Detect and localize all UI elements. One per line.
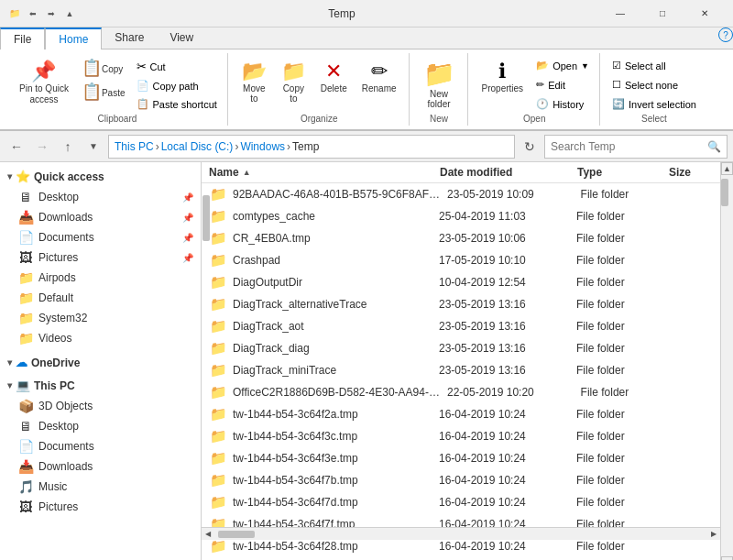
copy-to-button[interactable]: 📁 Copyto <box>275 57 312 108</box>
pin-icon-desktop: 📌 <box>182 192 193 203</box>
help-icon[interactable]: ? <box>718 27 733 42</box>
rename-button[interactable]: ✏ Rename <box>356 57 403 98</box>
table-row[interactable]: 📁 tw-1b44-b54-3c64f2a.tmp 16-04-2019 10:… <box>202 403 720 425</box>
table-row[interactable]: 📁 92BAADAC-46A8-401B-B575-9C6F8AFF6... 2… <box>202 183 720 205</box>
select-none-button[interactable]: ☐ Select none <box>607 76 701 93</box>
table-row[interactable]: 📁 tw-1b44-b54-3c64f3e.tmp 16-04-2019 10:… <box>202 447 720 469</box>
sidebar-item-videos[interactable]: 📁 Videos <box>0 328 201 348</box>
invert-selection-button[interactable]: 🔄 Invert selection <box>607 95 701 113</box>
file-name: tw-1b44-b54-3c64f2a.tmp <box>233 408 358 421</box>
file-type: File folder <box>573 408 664 421</box>
address-path[interactable]: This PC › Local Disc (C:) › Windows › Te… <box>108 135 515 159</box>
sidebar-item-downloads-qa[interactable]: 📥 Downloads 📌 <box>0 207 201 227</box>
3dobjects-icon: 📦 <box>18 399 33 413</box>
copy-button[interactable]: 📋 Copy <box>77 57 130 79</box>
file-type: File folder <box>573 474 664 487</box>
col-header-type[interactable]: Type <box>574 166 665 179</box>
file-name: tw-1b44-b54-3c64f28.tmp <box>233 540 358 553</box>
refresh-button[interactable]: ↻ <box>519 136 541 158</box>
paste-shortcut-icon: 📋 <box>137 98 149 110</box>
file-name: CR_4EB0A.tmp <box>233 232 311 245</box>
documents-label: Documents <box>38 231 177 244</box>
sidebar-thispc-header[interactable]: ▾ 💻 This PC <box>0 375 201 396</box>
organize-group-label: Organize <box>235 114 403 124</box>
pin-to-quick-access-button[interactable]: 📌 Pin to Quickaccess <box>13 57 75 110</box>
sidebar-item-system32[interactable]: 📁 System32 <box>0 308 201 328</box>
col-header-date[interactable]: Date modified <box>436 166 574 179</box>
forward-button[interactable]: → <box>31 136 53 158</box>
h-scroll-left[interactable]: ◀ <box>202 528 214 541</box>
file-name: DiagTrack_diag <box>233 342 310 355</box>
sidebar-item-desktop-qa[interactable]: 🖥 Desktop 📌 <box>0 187 201 207</box>
tab-file[interactable]: File <box>0 27 45 49</box>
table-row[interactable]: 📁 DiagOutputDir 10-04-2019 12:54 File fo… <box>202 271 720 293</box>
recent-locations-button[interactable]: ▼ <box>82 136 104 158</box>
table-row[interactable]: 📁 tw-1b44-b54-3c64f7d.tmp 16-04-2019 10:… <box>202 491 720 513</box>
table-row[interactable]: 📁 OfficeC2R1886D69B-D582-4E30-AA94-53...… <box>202 381 720 403</box>
sidebar-item-airpods[interactable]: 📁 Airpods <box>0 268 201 288</box>
minimize-button[interactable]: — <box>599 0 641 27</box>
downloads-label: Downloads <box>38 211 177 224</box>
sidebar-item-desktop-pc[interactable]: 🖥 Desktop <box>0 416 201 436</box>
table-row[interactable]: 📁 tw-1b44-b54-3c64f3c.tmp 16-04-2019 10:… <box>202 425 720 447</box>
sidebar-item-downloads-pc[interactable]: 📥 Downloads <box>0 456 201 477</box>
3dobjects-label: 3D Objects <box>38 400 193 412</box>
file-scrollbar[interactable]: ▲ ▼ <box>720 162 733 560</box>
col-header-size[interactable]: Size <box>665 166 720 179</box>
table-row[interactable]: 📁 DiagTrack_miniTrace 23-05-2019 13:16 F… <box>202 359 720 381</box>
open-button[interactable]: 📂 Open ▼ <box>531 57 594 74</box>
search-input[interactable] <box>551 140 704 153</box>
properties-button[interactable]: ℹ Properties <box>476 57 531 98</box>
sidebar-item-3d-objects[interactable]: 📦 3D Objects <box>0 396 201 416</box>
sidebar-item-pictures-pc[interactable]: 🖼 Pictures <box>0 497 201 517</box>
new-folder-button[interactable]: 📁 Newfolder <box>417 57 462 114</box>
history-button[interactable]: 🕐 History <box>531 95 594 113</box>
path-local-disc[interactable]: Local Disc (C:) <box>161 140 234 153</box>
sidebar-onedrive-header[interactable]: ▾ ☁ OneDrive <box>0 352 201 373</box>
path-this-pc[interactable]: This PC <box>115 140 154 153</box>
sidebar-container: ▾ ⭐ Quick access 🖥 Desktop 📌 📥 Downloads… <box>0 162 202 560</box>
table-row[interactable]: 📁 CR_4EB0A.tmp 23-05-2019 10:06 File fol… <box>202 227 720 249</box>
sidebar-quick-access-header[interactable]: ▾ ⭐ Quick access <box>0 166 201 187</box>
file-type: File folder <box>573 276 664 289</box>
documents-icon: 📄 <box>18 230 33 245</box>
tab-share[interactable]: Share <box>102 27 157 49</box>
table-row[interactable]: 📁 tw-1b44-b54-3c64f7b.tmp 16-04-2019 10:… <box>202 469 720 491</box>
sidebar-item-documents-pc[interactable]: 📄 Documents <box>0 436 201 456</box>
maximize-button[interactable]: □ <box>641 0 684 27</box>
table-row[interactable]: 📁 Crashpad 17-05-2019 10:10 File folder <box>202 249 720 271</box>
tab-home[interactable]: Home <box>45 27 102 49</box>
delete-button[interactable]: ✕ Delete <box>314 57 354 98</box>
cut-button[interactable]: ✂ Cut <box>132 57 222 76</box>
sidebar-item-pictures-qa[interactable]: 🖼 Pictures 📌 <box>0 247 201 268</box>
select-all-button[interactable]: ☑ Select all <box>607 57 701 74</box>
move-to-button[interactable]: 📂 Moveto <box>235 57 273 108</box>
close-button[interactable]: ✕ <box>684 0 726 27</box>
table-row[interactable]: 📁 DiagTrack_aot 23-05-2019 13:16 File fo… <box>202 315 720 337</box>
file-scroll-up[interactable]: ▲ <box>721 162 733 175</box>
file-type: File folder <box>573 298 664 311</box>
paste-shortcut-button[interactable]: 📋 Paste shortcut <box>132 95 222 113</box>
path-windows[interactable]: Windows <box>240 140 285 153</box>
tab-view[interactable]: View <box>157 27 206 49</box>
file-name: DiagTrack_alternativeTrace <box>233 298 367 311</box>
copy-path-button[interactable]: 📄 Copy path <box>132 77 222 94</box>
table-row[interactable]: 📁 comtypes_cache 25-04-2019 11:03 File f… <box>202 205 720 227</box>
table-row[interactable]: 📁 DiagTrack_alternativeTrace 23-05-2019 … <box>202 293 720 315</box>
edit-button[interactable]: ✏ Edit <box>531 76 594 93</box>
paste-button[interactable]: 📋 Paste <box>77 81 130 103</box>
sidebar-item-default[interactable]: 📁 Default <box>0 288 201 308</box>
col-header-name[interactable]: Name ▲ <box>202 166 436 179</box>
path-temp: Temp <box>292 140 319 153</box>
file-date: 16-04-2019 10:24 <box>435 430 573 443</box>
quick-access-label: Quick access <box>34 170 104 183</box>
up-button[interactable]: ↑ <box>57 136 79 158</box>
file-scroll-down[interactable]: ▼ <box>721 556 733 560</box>
back-button[interactable]: ← <box>5 136 27 158</box>
search-box[interactable]: 🔍 <box>544 135 728 159</box>
sidebar-item-documents-qa[interactable]: 📄 Documents 📌 <box>0 227 201 247</box>
sidebar-scrollbar[interactable]: ▲ ▼ <box>202 162 213 560</box>
table-row[interactable]: 📁 DiagTrack_diag 23-05-2019 13:16 File f… <box>202 337 720 359</box>
h-scroll-right[interactable]: ▶ <box>707 528 720 541</box>
sidebar-item-music-pc[interactable]: 🎵 Music <box>0 477 201 497</box>
